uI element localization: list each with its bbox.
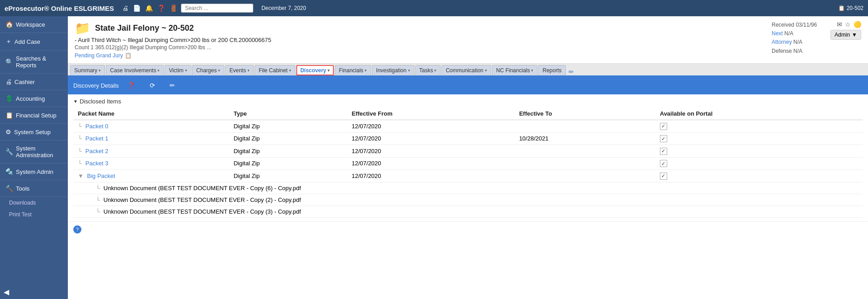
discovery-refresh-btn[interactable]: ⟳ [144, 79, 161, 92]
tree-line-icon: └ [78, 135, 82, 142]
tree-line-icon: ▼ [78, 173, 84, 179]
sidebar-label-tools: Tools [16, 185, 29, 192]
sidebar-item-financial-setup[interactable]: 📋 Financial Setup [0, 107, 68, 124]
tab-tasks[interactable]: Tasks ▾ [415, 65, 441, 75]
tab-victim[interactable]: Victim ▾ [165, 65, 191, 75]
attorney-link[interactable]: Attorney [772, 39, 792, 45]
discovery-table-header-row: Packet Name Type Effective From Effectiv… [73, 107, 863, 120]
tab-investigation[interactable]: Investigation ▾ [372, 65, 414, 75]
table-row: └ Unknown Document (BEST TEST DOCUMENT E… [73, 194, 863, 206]
system-admin-icon: 🔧 [5, 148, 13, 155]
tab-investigation-arrow: ▾ [408, 68, 410, 73]
help-icon[interactable]: ❓ [157, 5, 165, 12]
case-subtitle: - Auril Third Witch ~ Illegal Dumping Co… [75, 37, 772, 43]
table-row: └ Packet 1 Digital Zip 12/07/2020 10/28/… [73, 132, 863, 145]
tab-discovery[interactable]: Discovery ▾ [296, 65, 334, 75]
sub-doc-cell: └ Unknown Document (BEST TEST DOCUMENT E… [73, 194, 863, 206]
disclosed-items-toggle[interactable]: ▼ Disclosed Items [73, 98, 863, 105]
bell-icon[interactable]: 🔔 [145, 5, 153, 12]
packet-link[interactable]: Packet 0 [85, 123, 109, 130]
disclosed-label: Disclosed Items [80, 98, 121, 105]
packet-eff-to-cell: 10/28/2021 [515, 132, 655, 145]
sidebar-sub-print-test[interactable]: Print Test [0, 209, 68, 220]
available-checkbox[interactable] [660, 173, 667, 180]
tools-icon: 🔨 [5, 185, 13, 192]
sidebar-item-accounting[interactable]: 💲 Accounting [0, 90, 68, 107]
tab-nc-financials-arrow: ▾ [531, 68, 533, 73]
note-icon[interactable]: 🟡 [854, 21, 861, 28]
tab-events[interactable]: Events ▾ [225, 65, 254, 75]
disclosed-section: ▼ Disclosed Items Packet Name Type Effec… [68, 94, 868, 221]
tab-file-cabinet[interactable]: File Cabinet ▾ [255, 65, 295, 75]
sidebar-item-add-case[interactable]: ＋ Add Case [0, 33, 68, 51]
sidebar-item-workspace[interactable]: 🏠 Workspace [0, 16, 68, 33]
packet-available-cell [655, 157, 863, 170]
sidebar-label-system-admin: System Admin [16, 168, 53, 175]
sub-doc-name: Unknown Document (BEST TEST DOCUMENT EVE… [104, 185, 301, 192]
sidebar-item-system-administration[interactable]: 🔧 System Administration [0, 140, 68, 164]
packet-name-cell: ▼ Big Packet [73, 170, 229, 182]
sidebar-item-system-setup[interactable]: ⚙ System Setup [0, 124, 68, 140]
sidebar-item-system-admin[interactable]: 🔩 System Admin [0, 164, 68, 180]
packet-available-cell [655, 132, 863, 145]
sub-doc-name: Unknown Document (BEST TEST DOCUMENT EVE… [104, 196, 301, 203]
table-row: └ Packet 0 Digital Zip 12/07/2020 [73, 120, 863, 133]
print-icon[interactable]: 🖨 [122, 5, 128, 12]
star-icon[interactable]: ☆ [845, 21, 851, 28]
tab-case-involvements[interactable]: Case Involvements ▾ [106, 65, 164, 75]
tab-financials[interactable]: Financials ▾ [335, 65, 371, 75]
table-row: └ Unknown Document (BEST TEST DOCUMENT E… [73, 182, 863, 194]
tab-file-cabinet-arrow: ▾ [289, 68, 291, 73]
tab-edit-icon[interactable]: ✏ [569, 68, 574, 75]
case-icon-bar: ✉ ☆ 🟡 [837, 21, 861, 28]
pending-grand-jury-link[interactable]: Pending Grand Jury 📋 [75, 52, 772, 59]
packet-eff-from-cell: 12/07/2020 [347, 157, 514, 170]
sidebar-collapse-toggle[interactable]: ◀ [0, 285, 68, 299]
admin-dropdown-arrow: ▼ [852, 32, 857, 38]
search-input[interactable] [181, 4, 253, 13]
system-setup-icon: ⚙ [5, 128, 11, 135]
table-row: └ Packet 2 Digital Zip 12/07/2020 [73, 145, 863, 158]
sidebar-item-searches-reports[interactable]: 🔍 Searches & Reports [0, 51, 68, 74]
date-display: December 7, 2020 [261, 5, 306, 11]
available-checkbox[interactable] [660, 148, 667, 155]
cashier-icon: 🖨 [5, 78, 12, 85]
packet-type-cell: Digital Zip [229, 145, 347, 158]
packet-link[interactable]: Packet 3 [85, 160, 109, 167]
packet-available-cell [655, 145, 863, 158]
tab-charges[interactable]: Charges ▾ [192, 65, 224, 75]
case-title: State Jail Felony ~ 20-502 [95, 23, 194, 33]
tab-summary[interactable]: Summary ▾ [70, 65, 105, 75]
packet-type-cell: Digital Zip [229, 170, 347, 182]
sidebar-label-searches: Searches & Reports [16, 55, 62, 69]
sidebar-label-workspace: Workspace [16, 21, 45, 28]
sidebar-item-tools[interactable]: 🔨 Tools [0, 180, 68, 197]
tab-reports[interactable]: Reports [538, 65, 565, 75]
col-available-portal: Available on Portal [655, 107, 863, 120]
email-icon[interactable]: ✉ [837, 21, 842, 28]
tree-line-icon: └ [78, 160, 82, 167]
top-header: eProsecutor® Online ESLGRIMES 🖨 📄 🔔 ❓ 🚪 … [0, 0, 868, 16]
folder-icon: 📁 [75, 21, 90, 36]
available-checkbox[interactable] [660, 123, 667, 130]
tab-case-involvements-arrow: ▾ [157, 68, 160, 73]
admin-button[interactable]: Admin ▼ [830, 30, 861, 40]
available-checkbox[interactable] [660, 160, 667, 167]
packet-link[interactable]: Packet 2 [85, 148, 109, 154]
pending-icon: 📋 [125, 52, 132, 59]
packet-link[interactable]: Packet 1 [85, 135, 109, 142]
document-icon[interactable]: 📄 [133, 5, 141, 12]
sidebar-sub-downloads[interactable]: Downloads [0, 197, 68, 209]
discovery-help-btn[interactable]: ❓ [122, 79, 141, 92]
tab-nc-financials[interactable]: NC Financials ▾ [492, 65, 538, 75]
sidebar: 🏠 Workspace ＋ Add Case 🔍 Searches & Repo… [0, 16, 68, 299]
packet-name-cell: └ Packet 2 [73, 145, 229, 158]
sidebar-item-cashier[interactable]: 🖨 Cashier [0, 74, 68, 90]
packet-link[interactable]: Big Packet [87, 173, 115, 179]
tab-communication[interactable]: Communication ▾ [441, 65, 491, 75]
next-link[interactable]: Next [772, 30, 783, 37]
available-checkbox[interactable] [660, 135, 667, 142]
logout-icon[interactable]: 🚪 [170, 5, 177, 12]
discovery-edit-btn[interactable]: ✏ [164, 79, 180, 92]
bottom-help-icon[interactable]: ? [73, 225, 81, 234]
